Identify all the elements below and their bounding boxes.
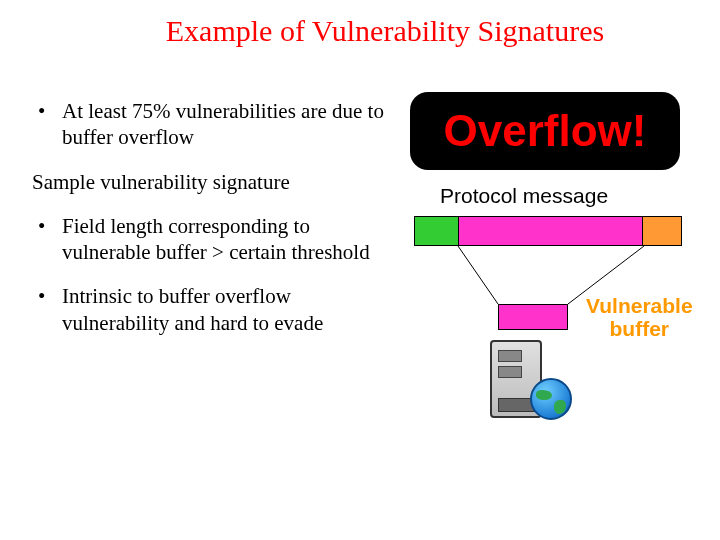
bullet-2: • Field length corresponding to vulnerab…	[32, 213, 390, 266]
segment-orange	[643, 217, 681, 245]
bullet-dot: •	[32, 98, 62, 151]
segment-green	[415, 217, 459, 245]
slide-title: Example of Vulnerability Signatures	[0, 0, 720, 48]
bullet-dot: •	[32, 213, 62, 266]
right-column: Overflow! Protocol message Vulnerable bu…	[390, 98, 720, 354]
bullet-text: Field length corresponding to vulnerable…	[62, 213, 390, 266]
bullet-dot: •	[32, 283, 62, 336]
segment-pink	[459, 217, 643, 245]
left-column: • At least 75% vulnerabilities are due t…	[0, 98, 390, 354]
bullet-3: • Intrinsic to buffer overflow vulnerabi…	[32, 283, 390, 336]
content-columns: • At least 75% vulnerabilities are due t…	[0, 98, 720, 354]
bullet-text: Intrinsic to buffer overflow vulnerabili…	[62, 283, 390, 336]
overflow-text: Overflow!	[444, 106, 647, 156]
vuln-label-line2: buffer	[586, 317, 693, 340]
vulnerable-buffer-label: Vulnerable buffer	[586, 294, 693, 340]
protocol-message-label: Protocol message	[440, 184, 608, 208]
bullet-1: • At least 75% vulnerabilities are due t…	[32, 98, 390, 151]
server-globe-icon	[490, 334, 580, 424]
subheading: Sample vulnerability signature	[32, 169, 390, 195]
svg-line-0	[458, 246, 498, 304]
overflow-callout: Overflow!	[410, 92, 680, 170]
globe-icon	[530, 378, 572, 420]
bullet-text: At least 75% vulnerabilities are due to …	[62, 98, 390, 151]
vulnerable-buffer-bar	[498, 304, 568, 330]
protocol-message-bar	[414, 216, 682, 246]
vuln-label-line1: Vulnerable	[586, 294, 693, 317]
